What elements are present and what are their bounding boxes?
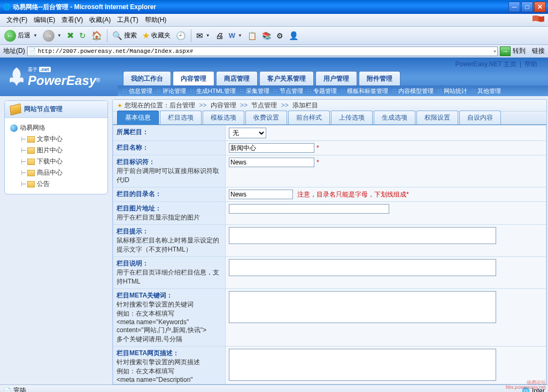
main-tab-1[interactable]: 内容管理	[173, 71, 214, 85]
box-icon	[10, 103, 21, 115]
discuss-button[interactable]: 📋	[245, 29, 259, 43]
home-button[interactable]: 🏠	[89, 29, 104, 43]
dirname-input[interactable]	[229, 190, 293, 199]
subnav-7[interactable]: 内容模型管理	[398, 87, 434, 95]
chevron-down-icon: ▼	[238, 33, 242, 38]
tree-item-0[interactable]: ⊢文章中心	[8, 134, 104, 145]
menu-help[interactable]: 帮助(H)	[142, 14, 170, 26]
subnav-4[interactable]: 节点管理	[280, 87, 303, 95]
form-body[interactable]: 所属栏目： 无 栏目名称： * 栏目标识符：用于前台调用时可以直接用标识符取代I…	[113, 125, 546, 384]
globe-icon	[10, 124, 18, 132]
meta-desc-textarea[interactable]	[229, 349, 496, 381]
menu-file[interactable]: 文件(F)	[3, 14, 30, 26]
subnav-3[interactable]: 采集管理	[246, 87, 269, 95]
main-tab-4[interactable]: 用户管理	[315, 71, 357, 85]
refresh-button[interactable]: ↻	[77, 29, 88, 43]
form-tab-7[interactable]: 权限设置	[416, 111, 458, 124]
chevron-down-icon[interactable]: v	[493, 49, 496, 53]
subnav-6[interactable]: 模板和标签管理	[347, 87, 388, 95]
statusbar: 📄 完毕 🌐 Inter	[0, 385, 548, 392]
main-tab-5[interactable]: 附件管理	[359, 71, 400, 85]
desc-textarea[interactable]	[229, 259, 496, 276]
go-button[interactable]: →	[500, 46, 511, 56]
form-tab-5[interactable]: 上传选项	[331, 111, 373, 124]
form-tabs: 基本信息栏目选项模板选项收费设置前台样式上传选项生成选项权限设置自设内容	[113, 112, 546, 125]
main-panel: ✦ 您现在的位置： 后台管理 >> 内容管理 >> 节点管理 >> 添加栏目 基…	[112, 99, 547, 385]
tree-item-3[interactable]: ⊢商品中心	[8, 167, 104, 178]
imageurl-input[interactable]	[229, 204, 389, 214]
toolbar: ←后退▼ →▼ ✖ ↻ 🏠 🔍搜索 ★收藏夹 🕘 ✉▼ 🖨 W▼ 📋 📚 ⚙ 👤	[0, 27, 548, 45]
form-tab-0[interactable]: 基本信息	[117, 111, 159, 124]
go-label[interactable]: 转到	[513, 46, 526, 56]
breadcrumb-part[interactable]: 内容管理	[211, 101, 236, 109]
menu-view[interactable]: 查看(V)	[58, 14, 86, 26]
search-icon: 🔍	[112, 31, 122, 41]
parent-select[interactable]: 无	[229, 128, 266, 138]
home-icon: 🏠	[91, 30, 102, 41]
search-button[interactable]: 🔍搜索	[110, 29, 139, 43]
identifier-input[interactable]	[229, 158, 314, 167]
back-button[interactable]: ←后退▼	[2, 29, 40, 43]
star-icon: ✦	[117, 102, 122, 109]
stop-button[interactable]: ✖	[65, 29, 76, 43]
btn-x[interactable]: ⚙	[274, 29, 285, 43]
form-tab-3[interactable]: 收费设置	[245, 111, 287, 124]
tips-textarea[interactable]	[229, 227, 496, 244]
main-tab-3[interactable]: 客户关系管理	[259, 71, 314, 85]
menu-tools[interactable]: 工具(T)	[114, 14, 141, 26]
link-homepage[interactable]: PowerEasy.NET 主页	[456, 60, 516, 69]
window-maximize-button[interactable]: □	[521, 2, 533, 12]
history-button[interactable]: 🕘	[174, 29, 188, 43]
breadcrumb-part[interactable]: 节点管理	[251, 101, 277, 109]
form-tab-6[interactable]: 生成选项	[374, 111, 415, 124]
main-tab-2[interactable]: 商店管理	[216, 71, 258, 85]
favorites-button[interactable]: ★收藏夹	[140, 29, 173, 43]
menu-edit[interactable]: 编辑(E)	[30, 14, 58, 26]
breadcrumb-part[interactable]: 后台管理	[169, 101, 195, 109]
link-help[interactable]: 帮助	[524, 60, 537, 69]
subnav-9[interactable]: 其他管理	[477, 87, 501, 95]
tree-item-1[interactable]: ⊢图片中心	[8, 145, 104, 156]
links-label[interactable]: 链接	[532, 46, 545, 56]
meta-kw-textarea[interactable]	[229, 291, 496, 323]
status-text: 完毕	[13, 386, 26, 392]
form-tab-2[interactable]: 模板选项	[203, 111, 244, 124]
form-tab-1[interactable]: 栏目选项	[160, 111, 202, 124]
address-label: 地址(D)	[3, 46, 25, 56]
arrow-right-icon: →	[502, 48, 508, 55]
menu-favorites[interactable]: 收藏(A)	[86, 14, 114, 26]
address-input[interactable]: 📄 http://2007.powereasy.net/Manage/Index…	[27, 46, 498, 56]
subnav-0[interactable]: 信息管理	[129, 87, 152, 95]
subnav-8[interactable]: 网站统计	[444, 87, 467, 95]
gear-icon: ⚙	[276, 32, 283, 40]
watermark: 动易论坛 bbs.powereasy.net	[506, 380, 546, 390]
tree-item-2[interactable]: ⊢下载中心	[8, 156, 104, 167]
research-button[interactable]: 📚	[260, 29, 273, 43]
window-close-button[interactable]: ✕	[534, 2, 546, 12]
sidebar-header: 网站节点管理	[5, 101, 107, 118]
mail-button[interactable]: ✉▼	[194, 29, 212, 43]
print-button[interactable]: 🖨	[213, 29, 226, 43]
edit-button[interactable]: W▼	[227, 29, 244, 43]
tree-root[interactable]: 动易网络	[8, 122, 104, 134]
form-tab-4[interactable]: 前台样式	[288, 111, 330, 124]
folder-icon	[27, 159, 35, 165]
window-minimize-button[interactable]: ─	[508, 2, 520, 12]
forward-button[interactable]: →▼	[41, 29, 64, 43]
star-icon: ★	[142, 30, 150, 41]
back-icon: ←	[4, 30, 16, 42]
tree-item-4[interactable]: ⊢公告	[8, 178, 104, 190]
messenger-button[interactable]: 👤	[287, 29, 301, 43]
subnav-2[interactable]: 生成HTML管理	[196, 87, 236, 95]
history-icon: 🕘	[176, 31, 186, 41]
main-tab-0[interactable]: 我的工作台	[123, 71, 171, 85]
folder-icon	[27, 136, 35, 143]
field-label-identifier: 栏目标识符：	[117, 158, 155, 166]
subnav-5[interactable]: 专题管理	[313, 87, 337, 95]
form-tab-8[interactable]: 自设内容	[459, 111, 501, 124]
brand-name: PowerEasy	[28, 73, 96, 88]
name-input[interactable]	[229, 143, 314, 153]
app-header: 基于 .net PowerEasy® PowerEasy.NET 主页 | 帮助…	[0, 58, 548, 96]
subnav-1[interactable]: 评论管理	[163, 87, 186, 95]
stop-icon: ✖	[67, 30, 74, 41]
